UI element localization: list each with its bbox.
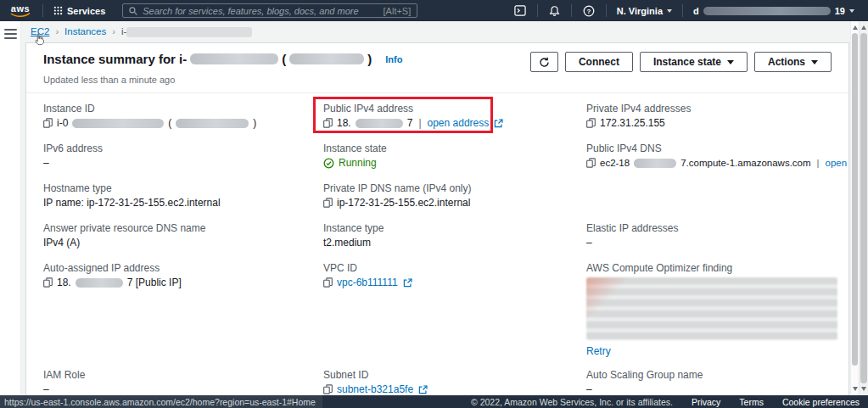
help-button[interactable]: ? [572,0,606,21]
external-link-icon[interactable] [403,278,412,288]
aws-logo[interactable]: aws [10,4,31,18]
region-selector[interactable]: N. Virginia [607,0,682,21]
scroll-up-arrow[interactable] [861,25,866,30]
redacted-optimizer-finding [586,277,837,340]
scroll-down-arrow[interactable] [861,387,866,391]
global-search-input[interactable]: Search for services, features, blogs, do… [122,3,417,18]
check-circle-icon [323,158,334,169]
privacy-link[interactable]: Privacy [692,397,720,407]
question-circle-icon: ? [583,5,595,17]
field-vpc-id: VPC ID vpc-6b111111 [323,261,586,357]
mouse-cursor-hand [34,33,44,46]
scroll-up-arrow[interactable] [853,25,858,30]
copy-icon[interactable] [43,118,53,128]
external-link-icon[interactable] [418,385,428,394]
search-icon [129,7,137,15]
services-menu-button[interactable]: Services [43,0,115,21]
top-navigation-bar: aws Services Search for services, featur… [0,0,868,21]
copy-icon[interactable] [323,198,333,208]
aws-logo-text: aws [11,4,30,13]
updated-timestamp: Updated less than a minute ago [43,75,832,92]
grid-icon [53,6,63,15]
field-instance-type: Instance type t2.medium [323,221,586,250]
copy-icon[interactable] [323,384,333,394]
copy-icon[interactable] [43,277,53,288]
copy-icon[interactable] [586,158,596,168]
breadcrumb: EC2 › Instances › i- [31,26,252,37]
field-private-ip-dns: Private IP DNS name (IPv4 only) ip-172-3… [323,182,586,210]
breadcrumb-current: i- [121,26,252,37]
breadcrumb-separator: › [112,26,115,36]
redacted-instance-id [190,53,278,64]
field-subnet-id: Subnet ID subnet-b321a5fe [323,368,586,395]
redacted-account-name [703,7,831,15]
field-instance-state: Instance state Running [323,142,586,170]
search-shortcut-hint: [Alt+S] [384,6,412,16]
copy-icon[interactable] [586,118,596,128]
instance-state-value: Running [339,155,377,170]
instance-summary-panel: Instance summary for i- () Info Connect … [25,42,849,395]
field-empty [586,182,849,210]
region-label: N. Virginia [617,6,663,16]
redacted-public-ip [356,119,403,128]
search-placeholder: Search for services, features, blogs, do… [143,6,378,16]
open-address-link[interactable]: open address [428,115,490,131]
scroll-down-arrow[interactable] [853,387,858,391]
account-name-suffix: 19 [835,6,845,16]
field-private-ipv4: Private IPv4 addresses 172.31.25.155 [586,102,849,131]
redacted-instance-id [72,119,164,128]
nav-right-group: ? N. Virginia d 19 [503,0,868,21]
page-title: Instance summary for i- () Info [43,52,402,66]
retry-link[interactable]: Retry [586,345,611,357]
redacted-instance-id [126,27,252,37]
chevron-down-icon [727,60,734,64]
panel-header: Instance summary for i- () Info Connect … [26,43,848,92]
copy-icon[interactable] [323,277,333,288]
field-auto-assigned-ip: Auto-assigned IP address 18. 7 [Public I… [43,261,323,357]
redacted-instance-name [289,53,364,64]
field-iam-role: IAM Role – [43,368,323,395]
scrollbar-thumb[interactable] [852,33,858,366]
link-preview-tooltip: https://us-east-1.console.aws.amazon.com… [0,395,322,408]
vpc-id-link[interactable]: vpc-6b111111 [337,275,398,290]
account-name-prefix: d [693,6,699,16]
redacted-public-dns [634,159,676,168]
svg-text:?: ? [586,7,591,14]
notifications-button[interactable] [538,0,571,21]
field-answer-dns: Answer private resource DNS name IPv4 (A… [43,221,323,250]
chevron-down-icon [667,9,672,13]
services-label: Services [67,6,105,16]
scrollbar-thumb[interactable] [860,33,867,383]
content-scrollbar[interactable] [850,21,859,395]
field-instance-id: Instance ID i-0 ( ) [43,102,323,131]
refresh-button[interactable] [530,52,558,72]
instance-state-dropdown[interactable]: Instance state [640,52,748,72]
info-link[interactable]: Info [385,54,402,64]
redacted-public-ip [76,278,123,288]
summary-grid: Instance ID i-0 ( ) Public IPv4 address … [26,93,848,395]
open-address-link[interactable]: open address [826,155,849,170]
side-menu-toggle-button[interactable] [4,26,17,42]
field-asg-name: Auto Scaling Group name – [586,368,849,395]
field-public-dns: Public IPv4 DNS ec2-18 7.compute-1.amazo… [586,142,849,170]
chevron-down-icon [811,60,818,64]
actions-dropdown[interactable]: Actions [754,52,832,72]
breadcrumb-separator: › [55,26,59,36]
cloudshell-button[interactable] [503,0,537,21]
field-public-ipv4: Public IPv4 address 18. 7 | open address [323,102,586,131]
left-rail [0,21,21,395]
aws-smile-icon [10,13,31,18]
copy-icon[interactable] [323,118,333,128]
connect-button[interactable]: Connect [565,52,633,72]
cookie-preferences-link[interactable]: Cookie preferences [782,397,860,407]
refresh-icon [539,57,550,68]
external-link-icon[interactable] [494,119,503,128]
field-elastic-ip: Elastic IP addresses – [586,221,849,250]
account-menu[interactable]: d 19 [683,0,868,21]
terms-link[interactable]: Terms [739,397,764,407]
field-hostname-type: Hostname type IP name: ip-172-31-25-155.… [43,182,323,210]
redacted-instance-name [176,119,249,128]
subnet-id-link[interactable]: subnet-b321a5fe [337,382,413,395]
browser-scrollbar[interactable] [859,21,868,395]
breadcrumb-instances-link[interactable]: Instances [64,26,106,36]
